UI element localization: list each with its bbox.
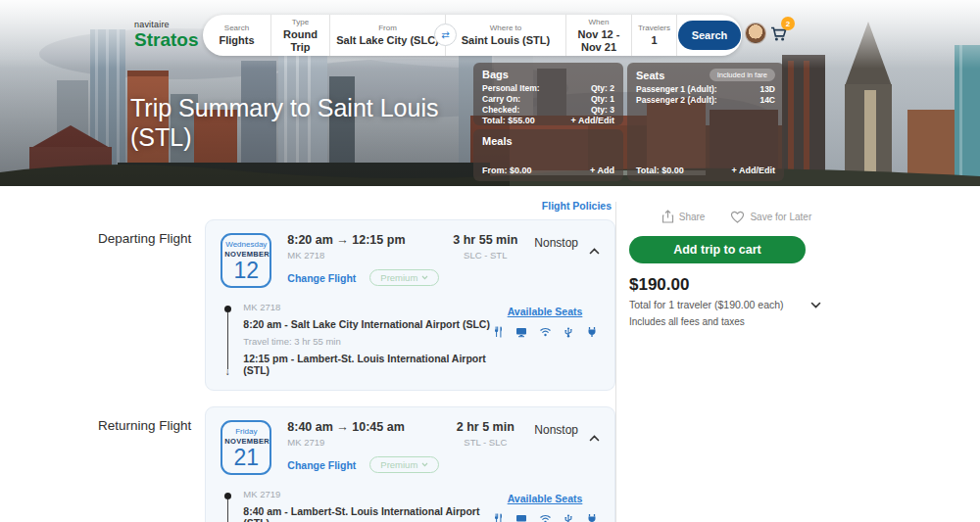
departing-change-flight-link[interactable]: Change Flight [287,272,356,284]
when-field[interactable]: When Nov 12 - Nov 21 [566,15,632,56]
meals-add-button[interactable]: + Add [590,166,614,175]
travelers-label: Travelers [638,24,670,32]
departing-collapse-chevron-up-icon[interactable] [578,233,600,259]
bags-row-personal: Personal Item: Qty: 2 [482,83,614,94]
returning-detail-flight-number: MK 2719 [243,489,490,499]
search-field-value: Flights [219,34,254,47]
where-to-field[interactable]: Where to Saint Louis (STL) [446,15,566,56]
chevron-down-icon [421,462,428,467]
returning-fare-label: Premium [380,459,417,470]
save-for-later-button[interactable]: Save for Later [730,211,811,223]
bags-row-label: Personal Item: [482,83,540,94]
seats-row-passenger2: Passenger 2 (Adult): 14C [636,95,775,106]
meals-from-price: From: $0.00 [482,166,532,175]
entertainment-screen-icon [515,326,527,338]
returning-available-seats-link[interactable]: Available Seats [508,493,583,504]
departing-section-label: Departing Flight [98,219,205,391]
save-for-later-label: Save for Later [750,212,811,222]
seats-row-label: Passenger 2 (Adult): [636,95,717,106]
search-bar: Search Flights Type Round Trip From Salt… [203,15,742,56]
bags-title: Bags [482,69,614,80]
returning-times: 8:40 am → 10:45 am [287,420,436,434]
price-total-line: Total for 1 traveler ($190.00 each) [629,299,810,310]
bags-row-value: Qty: 3 [591,105,614,116]
power-outlet-icon [586,326,598,338]
usb-port-icon [563,513,574,522]
bags-row-carryon: Carry On: Qty: 1 [482,94,614,105]
returning-timeline: ↓ [223,493,231,522]
departing-day-name: Wednesday [224,240,268,249]
chevron-down-icon [421,275,428,280]
departing-fare-label: Premium [380,272,417,283]
fees-note: Includes all fees and taxes [629,316,844,327]
share-button[interactable]: Share [662,210,706,223]
usb-port-icon [563,326,574,338]
included-in-fare-badge: Included in fare [710,69,775,81]
where-to-value: Saint Louis (STL) [462,34,550,47]
heart-icon [730,211,745,223]
returning-day-name: Friday [224,427,268,436]
when-value: Nov 12 - Nov 21 [570,28,627,53]
search-button-area: Search [677,15,742,56]
departing-flight-number: MK 2718 [287,250,436,261]
share-icon [662,210,674,223]
main-content: Flight Policies Departing Flight Wednesd… [0,186,980,522]
add-trip-to-cart-button[interactable]: Add trip to cart [629,236,806,263]
entertainment-screen-icon [515,513,527,522]
departing-departure-line: 8:20 am - Salt Lake City International A… [243,318,490,330]
where-to-label: Where to [490,24,521,32]
seats-row-value: 14C [760,95,775,106]
trip-type-value: Round Trip [275,28,325,53]
bags-row-label: Checked: [482,105,519,116]
share-label: Share [679,212,706,222]
meal-utensils-icon [492,326,504,338]
seats-row-passenger1: Passenger 1 (Adult): 13D [636,84,775,95]
travelers-field[interactable]: Travelers 1 [632,15,677,56]
brand-logo[interactable]: navitaire Stratos [134,21,198,49]
departing-duration: 3 hr 55 min [436,233,534,247]
user-avatar[interactable] [745,23,766,44]
returning-date-badge: Friday NOVEMBER 21 [220,420,271,475]
returning-section-label: Returning Flight [98,406,205,522]
departing-timeline: ↓ [223,306,231,376]
departing-travel-time: Travel time: 3 hr 55 min [243,336,490,347]
search-button[interactable]: Search [678,21,741,50]
returning-day-number: 21 [224,447,268,469]
returning-route: STL - SLC [436,437,534,448]
departing-times: 8:20 am → 12:15 pm [287,233,436,247]
brand-product: Stratos [134,30,198,49]
bags-panel: Bags Personal Item: Qty: 2 Carry On: Qty… [473,63,623,125]
departing-detail-flight-number: MK 2718 [243,302,490,312]
returning-fare-pill[interactable]: Premium [369,456,439,473]
departing-available-seats-link[interactable]: Available Seats [508,306,583,317]
returning-flight-section: Returning Flight Friday NOVEMBER 21 8:40… [98,406,615,522]
trip-sidebar: Share Save for Later Add trip to cart $1… [616,194,844,522]
wifi-icon [539,326,552,338]
departing-flight-card: Wednesday NOVEMBER 12 8:20 am → 12:15 pm… [205,219,615,391]
departing-flight-section: Departing Flight Wednesday NOVEMBER 12 8… [98,219,615,391]
departing-fare-pill[interactable]: Premium [369,269,439,286]
bags-row-value: Qty: 1 [591,94,614,105]
bags-row-value: Qty: 2 [591,83,614,94]
power-outlet-icon [586,513,598,522]
hero-banner: navitaire Stratos Search Flights Type Ro… [0,0,980,186]
returning-amenities [490,513,600,522]
price-breakdown-chevron-down-icon[interactable] [810,302,821,308]
returning-collapse-chevron-up-icon[interactable] [578,420,600,446]
search-field[interactable]: Search Flights [203,15,271,56]
departing-arrival-line: 12:15 pm - Lambert-St. Louis Internation… [243,353,490,376]
departing-date-badge: Wednesday NOVEMBER 12 [220,233,271,288]
trip-type-field[interactable]: Type Round Trip [271,15,330,56]
seats-add-edit-button[interactable]: + Add/Edit [732,166,775,175]
returning-change-flight-link[interactable]: Change Flight [287,459,356,471]
page-title: Trip Summary to Saint Louis (STL) [130,93,454,152]
bags-total: Total: $55.00 [482,116,535,125]
trip-price: $190.00 [629,275,844,295]
returning-stops: Nonstop [534,420,578,437]
flight-policies-link[interactable]: Flight Policies [542,200,612,212]
departing-stops: Nonstop [534,233,578,250]
brand-name: navitaire [134,21,198,29]
bags-add-edit-button[interactable]: + Add/Edit [571,116,614,125]
swap-airports-icon[interactable]: ⇄ [434,24,457,46]
from-field[interactable]: From Salt Lake City (SLC) ⇄ [330,15,446,56]
